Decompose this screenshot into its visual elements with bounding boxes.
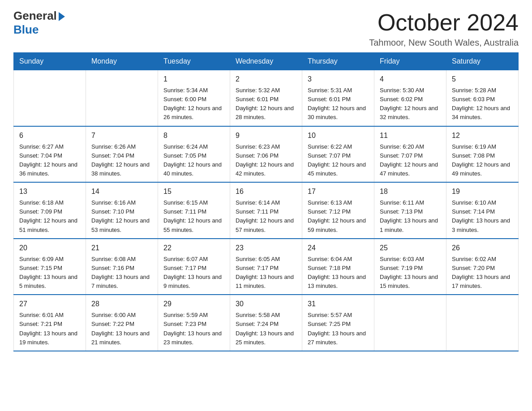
- day-info: Sunrise: 5:34 AM Sunset: 6:00 PM Dayligh…: [163, 86, 224, 122]
- calendar-cell: 31Sunrise: 5:57 AM Sunset: 7:25 PM Dayli…: [302, 295, 374, 351]
- day-info: Sunrise: 6:08 AM Sunset: 7:16 PM Dayligh…: [91, 255, 152, 291]
- calendar-cell: [14, 70, 86, 126]
- day-info: Sunrise: 6:11 AM Sunset: 7:13 PM Dayligh…: [380, 198, 441, 235]
- day-number: 4: [380, 74, 441, 85]
- day-number: 17: [308, 186, 369, 197]
- calendar-cell: 30Sunrise: 5:58 AM Sunset: 7:24 PM Dayli…: [230, 295, 302, 351]
- calendar-cell: 11Sunrise: 6:20 AM Sunset: 7:07 PM Dayli…: [374, 126, 446, 183]
- day-info: Sunrise: 6:05 AM Sunset: 7:17 PM Dayligh…: [236, 255, 296, 291]
- calendar-cell: 27Sunrise: 6:01 AM Sunset: 7:21 PM Dayli…: [14, 295, 86, 351]
- day-info: Sunrise: 5:58 AM Sunset: 7:24 PM Dayligh…: [236, 311, 296, 347]
- day-number: 27: [19, 299, 80, 309]
- day-info: Sunrise: 6:22 AM Sunset: 7:07 PM Dayligh…: [308, 142, 369, 179]
- calendar-cell: 19Sunrise: 6:10 AM Sunset: 7:14 PM Dayli…: [446, 182, 519, 239]
- calendar-cell: 16Sunrise: 6:14 AM Sunset: 7:11 PM Dayli…: [230, 182, 302, 239]
- day-number: 30: [236, 299, 296, 309]
- logo-blue-text: Blue: [13, 23, 39, 37]
- calendar-cell: [446, 295, 519, 351]
- calendar-week-row: 20Sunrise: 6:09 AM Sunset: 7:15 PM Dayli…: [14, 239, 519, 295]
- day-number: 11: [380, 130, 441, 141]
- day-info: Sunrise: 6:26 AM Sunset: 7:04 PM Dayligh…: [91, 142, 152, 179]
- day-number: 1: [163, 74, 224, 85]
- calendar-cell: 4Sunrise: 5:30 AM Sunset: 6:02 PM Daylig…: [374, 70, 446, 126]
- day-info: Sunrise: 6:27 AM Sunset: 7:04 PM Dayligh…: [19, 142, 80, 179]
- day-info: Sunrise: 6:09 AM Sunset: 7:15 PM Dayligh…: [19, 255, 80, 291]
- calendar-cell: 28Sunrise: 6:00 AM Sunset: 7:22 PM Dayli…: [86, 295, 158, 351]
- calendar-cell: 18Sunrise: 6:11 AM Sunset: 7:13 PM Dayli…: [374, 182, 446, 239]
- day-number: 28: [91, 299, 152, 309]
- day-number: 5: [452, 74, 513, 85]
- day-number: 15: [163, 186, 224, 197]
- calendar-cell: 22Sunrise: 6:07 AM Sunset: 7:17 PM Dayli…: [158, 239, 230, 295]
- day-number: 14: [91, 186, 152, 197]
- page-title: October 2024: [369, 9, 519, 36]
- day-info: Sunrise: 6:03 AM Sunset: 7:19 PM Dayligh…: [380, 255, 441, 291]
- day-info: Sunrise: 6:10 AM Sunset: 7:14 PM Dayligh…: [452, 198, 513, 235]
- calendar-week-row: 1Sunrise: 5:34 AM Sunset: 6:00 PM Daylig…: [14, 70, 519, 126]
- calendar-week-row: 6Sunrise: 6:27 AM Sunset: 7:04 PM Daylig…: [14, 126, 519, 183]
- day-info: Sunrise: 5:59 AM Sunset: 7:23 PM Dayligh…: [163, 311, 224, 347]
- day-number: 25: [380, 243, 441, 253]
- calendar-cell: 13Sunrise: 6:18 AM Sunset: 7:09 PM Dayli…: [14, 182, 86, 239]
- calendar-cell: 9Sunrise: 6:23 AM Sunset: 7:06 PM Daylig…: [230, 126, 302, 183]
- day-number: 9: [236, 130, 296, 141]
- day-info: Sunrise: 6:16 AM Sunset: 7:10 PM Dayligh…: [91, 198, 152, 235]
- day-number: 29: [163, 299, 224, 309]
- day-info: Sunrise: 5:31 AM Sunset: 6:01 PM Dayligh…: [308, 86, 369, 122]
- day-number: 13: [19, 186, 80, 197]
- logo-general-text: General: [13, 9, 57, 23]
- day-info: Sunrise: 6:14 AM Sunset: 7:11 PM Dayligh…: [236, 198, 296, 235]
- day-number: 22: [163, 243, 224, 253]
- calendar-cell: 1Sunrise: 5:34 AM Sunset: 6:00 PM Daylig…: [158, 70, 230, 126]
- calendar-cell: 7Sunrise: 6:26 AM Sunset: 7:04 PM Daylig…: [86, 126, 158, 183]
- calendar-cell: 26Sunrise: 6:02 AM Sunset: 7:20 PM Dayli…: [446, 239, 519, 295]
- calendar-header-friday: Friday: [374, 53, 446, 70]
- calendar-header-row: SundayMondayTuesdayWednesdayThursdayFrid…: [14, 53, 519, 70]
- day-number: 31: [308, 299, 369, 309]
- calendar-cell: 15Sunrise: 6:15 AM Sunset: 7:11 PM Dayli…: [158, 182, 230, 239]
- day-number: 20: [19, 243, 80, 253]
- calendar-cell: 24Sunrise: 6:04 AM Sunset: 7:18 PM Dayli…: [302, 239, 374, 295]
- day-info: Sunrise: 6:00 AM Sunset: 7:22 PM Dayligh…: [91, 311, 152, 347]
- calendar-cell: 5Sunrise: 5:28 AM Sunset: 6:03 PM Daylig…: [446, 70, 519, 126]
- logo: General Blue: [13, 9, 65, 37]
- day-number: 21: [91, 243, 152, 253]
- calendar-cell: [86, 70, 158, 126]
- calendar-cell: 10Sunrise: 6:22 AM Sunset: 7:07 PM Dayli…: [302, 126, 374, 183]
- calendar-cell: 8Sunrise: 6:24 AM Sunset: 7:05 PM Daylig…: [158, 126, 230, 183]
- calendar-table: SundayMondayTuesdayWednesdayThursdayFrid…: [13, 52, 519, 351]
- day-info: Sunrise: 5:57 AM Sunset: 7:25 PM Dayligh…: [308, 311, 369, 347]
- location-subtitle: Tahmoor, New South Wales, Australia: [369, 38, 519, 48]
- day-info: Sunrise: 6:20 AM Sunset: 7:07 PM Dayligh…: [380, 142, 441, 179]
- day-info: Sunrise: 6:01 AM Sunset: 7:21 PM Dayligh…: [19, 311, 80, 347]
- calendar-cell: 20Sunrise: 6:09 AM Sunset: 7:15 PM Dayli…: [14, 239, 86, 295]
- day-info: Sunrise: 5:30 AM Sunset: 6:02 PM Dayligh…: [380, 86, 441, 122]
- day-number: 12: [452, 130, 513, 141]
- calendar-header-monday: Monday: [86, 53, 158, 70]
- calendar-cell: 14Sunrise: 6:16 AM Sunset: 7:10 PM Dayli…: [86, 182, 158, 239]
- day-info: Sunrise: 5:32 AM Sunset: 6:01 PM Dayligh…: [236, 86, 296, 122]
- day-info: Sunrise: 6:19 AM Sunset: 7:08 PM Dayligh…: [452, 142, 513, 179]
- day-info: Sunrise: 6:04 AM Sunset: 7:18 PM Dayligh…: [308, 255, 369, 291]
- calendar-cell: [374, 295, 446, 351]
- calendar-cell: 17Sunrise: 6:13 AM Sunset: 7:12 PM Dayli…: [302, 182, 374, 239]
- calendar-header-saturday: Saturday: [446, 53, 519, 70]
- calendar-cell: 23Sunrise: 6:05 AM Sunset: 7:17 PM Dayli…: [230, 239, 302, 295]
- day-info: Sunrise: 6:24 AM Sunset: 7:05 PM Dayligh…: [163, 142, 224, 179]
- calendar-cell: 6Sunrise: 6:27 AM Sunset: 7:04 PM Daylig…: [14, 126, 86, 183]
- day-info: Sunrise: 6:07 AM Sunset: 7:17 PM Dayligh…: [163, 255, 224, 291]
- calendar-cell: 2Sunrise: 5:32 AM Sunset: 6:01 PM Daylig…: [230, 70, 302, 126]
- day-info: Sunrise: 6:15 AM Sunset: 7:11 PM Dayligh…: [163, 198, 224, 235]
- day-number: 10: [308, 130, 369, 141]
- calendar-cell: 29Sunrise: 5:59 AM Sunset: 7:23 PM Dayli…: [158, 295, 230, 351]
- day-number: 23: [236, 243, 296, 253]
- day-number: 24: [308, 243, 369, 253]
- day-number: 3: [308, 74, 369, 85]
- day-info: Sunrise: 6:23 AM Sunset: 7:06 PM Dayligh…: [236, 142, 296, 179]
- calendar-cell: 21Sunrise: 6:08 AM Sunset: 7:16 PM Dayli…: [86, 239, 158, 295]
- day-info: Sunrise: 6:02 AM Sunset: 7:20 PM Dayligh…: [452, 255, 513, 291]
- day-number: 16: [236, 186, 296, 197]
- calendar-header-wednesday: Wednesday: [230, 53, 302, 70]
- day-info: Sunrise: 5:28 AM Sunset: 6:03 PM Dayligh…: [452, 86, 513, 122]
- day-number: 6: [19, 130, 80, 141]
